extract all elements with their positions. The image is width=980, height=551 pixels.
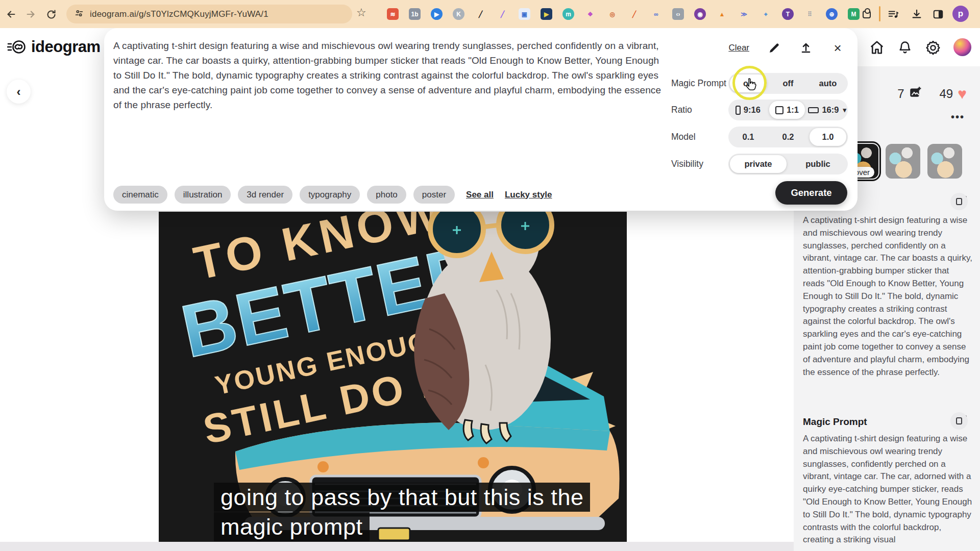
- edit-pencil-icon[interactable]: [768, 41, 781, 55]
- landscape-ratio-icon: [808, 107, 819, 113]
- browser-profile-avatar[interactable]: p: [952, 6, 969, 22]
- extension-icon[interactable]: ▣: [519, 8, 530, 20]
- heart-icon[interactable]: ♥: [958, 89, 967, 99]
- copy-magic-prompt-button[interactable]: [950, 412, 968, 430]
- browser-reload-icon[interactable]: [44, 7, 58, 21]
- brain-logo-icon: [7, 37, 27, 57]
- style-tag[interactable]: illustration: [175, 186, 231, 204]
- ideogram-logo[interactable]: ideogram: [7, 37, 101, 57]
- image-plus-icon: [909, 86, 922, 102]
- more-options-button[interactable]: •••: [951, 111, 965, 123]
- magic-prompt-option-auto[interactable]: auto: [810, 74, 846, 92]
- download-icon[interactable]: [910, 7, 924, 21]
- ratio-option-9-16[interactable]: 9:16: [730, 101, 766, 119]
- model-label: Model: [671, 132, 696, 142]
- site-info-icon[interactable]: [75, 9, 84, 20]
- close-icon[interactable]: ×: [831, 41, 844, 55]
- browser-toolbar: ideogram.ai/g/sT0YlzCMQKuyjMGFr-YuWA/1 ☆…: [0, 0, 980, 28]
- style-tag[interactable]: cinematic: [113, 186, 167, 204]
- extension-icon[interactable]: ∞: [650, 8, 662, 20]
- extension-icon[interactable]: ▲: [716, 8, 728, 20]
- address-bar[interactable]: ideogram.ai/g/sT0YlzCMQKuyjMGFr-YuWA/1: [66, 5, 352, 23]
- browser-forward-icon[interactable]: [23, 7, 38, 21]
- sidebar-prompt-text: A captivating t-shirt design featuring a…: [803, 214, 972, 379]
- upload-icon[interactable]: [799, 41, 813, 55]
- model-option-1-0[interactable]: 1.0: [810, 128, 846, 146]
- style-tag[interactable]: poster: [413, 186, 455, 204]
- extension-icon[interactable]: ≫: [738, 8, 750, 20]
- extension-icon[interactable]: ‹›: [672, 8, 684, 20]
- model-option-0-1[interactable]: 0.1: [730, 128, 767, 146]
- app-root: ideogram.ai/g/sT0YlzCMQKuyjMGFr-YuWA/1 ☆…: [0, 0, 980, 551]
- extension-icon[interactable]: ⌖: [760, 8, 772, 20]
- visibility-option-private[interactable]: private: [730, 155, 787, 173]
- lucky-style-link[interactable]: Lucky style: [505, 190, 552, 200]
- extension-icon[interactable]: M: [848, 8, 860, 20]
- copy-icon: [956, 417, 962, 424]
- notifications-bell-icon[interactable]: [896, 38, 914, 57]
- page-bottom-strip: [0, 542, 794, 551]
- style-tag[interactable]: 3d render: [238, 186, 292, 204]
- portrait-ratio-icon: [736, 106, 741, 115]
- extension-icon[interactable]: ⠿: [804, 8, 816, 20]
- extensions-puzzle-icon[interactable]: [863, 11, 871, 18]
- style-tag[interactable]: photo: [367, 186, 406, 204]
- extensions-row: ≋1b▶K╱╱▣▶m❖◎╱∞‹›◉▲≫⌖T⠿⊕M: [387, 8, 860, 20]
- ratio-label: Ratio: [671, 105, 692, 115]
- url-text[interactable]: ideogram.ai/g/sT0YlzCMQKuyjMGFr-YuWA/1: [90, 9, 268, 19]
- extension-icon[interactable]: ▶: [431, 8, 443, 20]
- subtitle-line-2: magic prompt: [214, 512, 370, 541]
- extension-icon[interactable]: ◉: [694, 8, 706, 20]
- dialog-actions: Clear ×: [728, 41, 844, 55]
- style-tags-row: cinematicillustration3d rendertypography…: [113, 186, 552, 204]
- back-button[interactable]: ‹: [7, 80, 31, 104]
- clear-button[interactable]: Clear: [728, 43, 749, 53]
- extension-icon[interactable]: 1b: [409, 8, 421, 20]
- visibility-label: Visibility: [671, 159, 703, 169]
- user-avatar[interactable]: [953, 38, 971, 56]
- extension-icon[interactable]: ≋: [387, 8, 399, 20]
- copy-prompt-button[interactable]: [950, 193, 968, 210]
- bookmark-star-icon[interactable]: ☆: [356, 6, 366, 19]
- model-segmented-control: 0.1 0.2 1.0: [728, 127, 848, 147]
- model-option-0-2[interactable]: 0.2: [770, 128, 806, 146]
- extension-icon[interactable]: ▶: [541, 8, 552, 20]
- playlist-icon[interactable]: [886, 7, 900, 21]
- thumbnail-2[interactable]: [886, 144, 920, 179]
- like-count: 49: [939, 87, 953, 101]
- magic-prompt-segmented-control: on off auto: [728, 73, 848, 94]
- copy-icon: [956, 198, 962, 205]
- extension-icon[interactable]: K: [453, 8, 464, 20]
- subtitle-line-1: going to pass by that but this is the: [214, 483, 590, 512]
- magic-prompt-option-off[interactable]: off: [770, 74, 806, 92]
- extension-icon[interactable]: T: [782, 8, 794, 20]
- settings-gear-icon[interactable]: [924, 38, 942, 57]
- ratio-segmented-control: 9:16 1:1 16:9 ▾: [728, 99, 848, 120]
- generate-button[interactable]: Generate: [775, 181, 847, 205]
- browser-back-icon[interactable]: [4, 7, 18, 21]
- extension-icon[interactable]: ╱: [628, 8, 640, 20]
- home-icon[interactable]: [868, 38, 886, 57]
- prompt-textarea[interactable]: A captivating t-shirt design featuring a…: [113, 38, 662, 112]
- extension-icon[interactable]: ❖: [584, 8, 596, 20]
- ratio-dropdown-caret[interactable]: ▾: [843, 101, 846, 119]
- extension-icon[interactable]: ◎: [606, 8, 618, 20]
- prompt-editor-dialog: A captivating t-shirt design featuring a…: [104, 28, 857, 211]
- extension-icon[interactable]: m: [562, 8, 574, 20]
- magic-prompt-option-on[interactable]: on: [730, 74, 767, 92]
- extension-icon[interactable]: ╱: [475, 8, 486, 20]
- extension-icon[interactable]: ⊕: [826, 8, 838, 20]
- visibility-segmented-control: private public: [728, 154, 848, 174]
- image-count: 7: [897, 87, 904, 101]
- thumbnail-3[interactable]: [927, 144, 962, 179]
- ratio-option-16-9[interactable]: 16:9 ▾: [808, 101, 846, 119]
- sidebar-toggle-icon[interactable]: [931, 7, 945, 21]
- thumbnail-strip: Cover: [847, 144, 962, 179]
- ratio-option-1-1[interactable]: 1:1: [769, 101, 805, 119]
- square-ratio-icon: [775, 106, 783, 114]
- style-tag[interactable]: typography: [300, 186, 360, 204]
- visibility-option-public[interactable]: public: [790, 155, 846, 173]
- extension-icon[interactable]: ╱: [497, 8, 508, 20]
- see-all-link[interactable]: See all: [466, 190, 494, 200]
- magic-prompt-heading: Magic Prompt: [803, 416, 867, 428]
